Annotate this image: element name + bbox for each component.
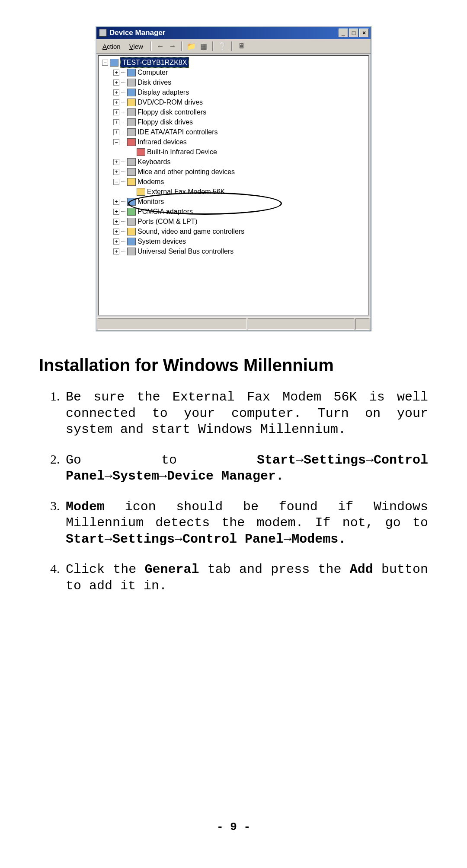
- app-icon: [99, 29, 107, 37]
- step-2: Go to Start→Settings→Control Panel→Syste…: [63, 451, 428, 485]
- device-manager-screenshot: Device Manager _ □ × Action View ← → 📁 ▦: [39, 26, 428, 331]
- tree-item-ide-controllers[interactable]: +IDE ATA/ATAPI controllers: [101, 127, 366, 137]
- properties-icon[interactable]: ▦: [198, 41, 209, 51]
- tree-item-infrared-child[interactable]: Built-in Infrared Device: [101, 147, 366, 157]
- computer-icon[interactable]: 🖥: [237, 41, 247, 51]
- tree-item-modems[interactable]: −Modems: [101, 177, 366, 187]
- tree-item-pcmcia[interactable]: +PCMCIA adapters: [101, 207, 366, 216]
- tree-item-floppy-controllers[interactable]: +Floppy disk controllers: [101, 107, 366, 117]
- page-number: - 9 -: [0, 820, 467, 833]
- root-label: TEST-CBYB1RZK8X: [120, 57, 189, 68]
- toolbar: Action View ← → 📁 ▦ ❔ 🖥: [96, 39, 371, 54]
- menu-action[interactable]: Action: [99, 42, 124, 51]
- tree-item-keyboards[interactable]: +Keyboards: [101, 157, 366, 167]
- minimize-button[interactable]: _: [339, 29, 348, 37]
- menu-view[interactable]: View: [126, 42, 147, 51]
- tree-item-ports[interactable]: +Ports (COM & LPT): [101, 216, 366, 226]
- tree-item-disk-drives[interactable]: +Disk drives: [101, 77, 366, 87]
- tree-item-usb[interactable]: +Universal Serial Bus controllers: [101, 246, 366, 256]
- window-titlebar: Device Manager _ □ ×: [96, 27, 371, 39]
- device-manager-window: Device Manager _ □ × Action View ← → 📁 ▦: [96, 26, 371, 331]
- tree-item-system-devices[interactable]: +System devices: [101, 236, 366, 246]
- tree-root[interactable]: − TEST-CBYB1RZK8X: [101, 57, 366, 67]
- tree-item-monitors[interactable]: +Monitors: [101, 197, 366, 207]
- tree-panel: − TEST-CBYB1RZK8X +Computer +Disk drives…: [98, 55, 369, 315]
- window-title: Device Manager: [109, 29, 165, 37]
- tree-item-sound[interactable]: +Sound, video and game controllers: [101, 226, 366, 236]
- close-button[interactable]: ×: [359, 29, 369, 37]
- help-icon[interactable]: ❔: [218, 41, 228, 51]
- step-4: Click the General tab and press the Add …: [63, 560, 428, 594]
- instruction-list: Be sure the External Fax Modem 56K is we…: [39, 388, 428, 594]
- tree-item-mice[interactable]: +Mice and other pointing devices: [101, 167, 366, 177]
- tree-item-floppy-drives[interactable]: +Floppy disk drives: [101, 117, 366, 127]
- maximize-button[interactable]: □: [349, 29, 358, 37]
- tree-item-modem-child[interactable]: External Fax Modem 56K: [101, 187, 366, 197]
- forward-icon[interactable]: →: [167, 41, 178, 51]
- folder-icon[interactable]: 📁: [186, 41, 197, 51]
- tree-item-display-adapters[interactable]: +Display adapters: [101, 87, 366, 97]
- tree-item-infrared[interactable]: −Infrared devices: [101, 137, 366, 147]
- tree-item-dvd-drives[interactable]: +DVD/CD-ROM drives: [101, 97, 366, 107]
- tree-item-computer[interactable]: +Computer: [101, 67, 366, 77]
- step-1: Be sure the External Fax Modem 56K is we…: [63, 388, 428, 438]
- step-3: Modem icon should be found if Windows Mi…: [63, 498, 428, 548]
- section-heading: Installation for Windows Millennium: [39, 356, 428, 375]
- back-icon[interactable]: ←: [155, 41, 166, 51]
- statusbar: [96, 317, 371, 331]
